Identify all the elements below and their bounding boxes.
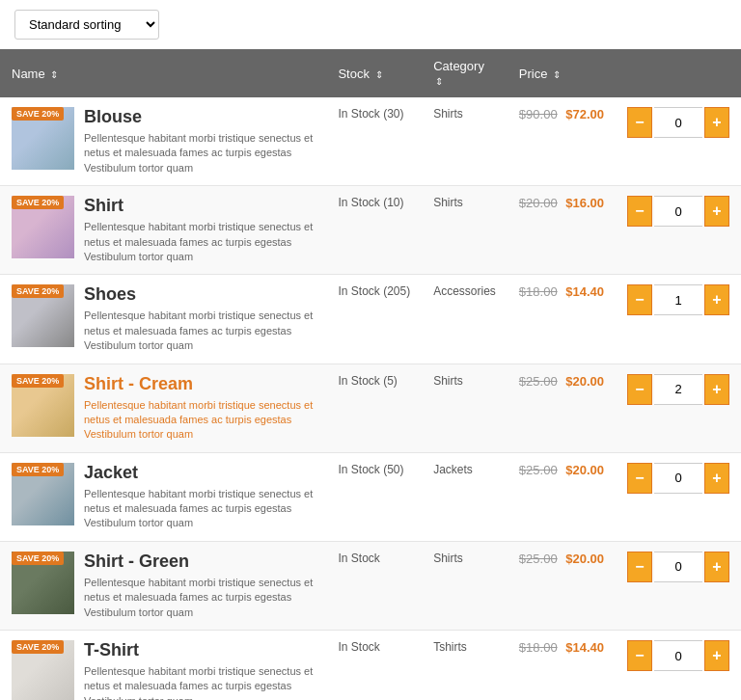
- save-badge-5: SAVE 20%: [12, 463, 64, 476]
- old-price-3: $18.00: [519, 284, 558, 299]
- qty-cell-2: − +: [616, 186, 741, 275]
- category-cell-6: Shirts: [422, 541, 508, 630]
- sort-icon-price: ⇕: [553, 69, 561, 80]
- qty-cell-5: − +: [616, 452, 741, 541]
- qty-increase-6[interactable]: +: [704, 552, 729, 582]
- qty-input-4[interactable]: [654, 374, 702, 405]
- new-price-1: $72.00: [565, 107, 604, 121]
- product-cell-2: SAVE 20% Shirt Pellentesque habitant mor…: [0, 186, 326, 275]
- product-name-7: T-Shirt: [84, 640, 315, 660]
- product-info-6: Shirt - Green Pellentesque habitant morb…: [84, 552, 315, 620]
- save-badge-3: SAVE 20%: [12, 284, 64, 298]
- table-row: SAVE 20% Shirt - Cream Pellentesque habi…: [0, 363, 741, 452]
- price-cell-4: $25.00 $20.00: [508, 363, 616, 452]
- product-image-1: SAVE 20%: [12, 107, 74, 170]
- product-info-7: T-Shirt Pellentesque habitant morbi tris…: [84, 640, 315, 700]
- table-row: SAVE 20% Jacket Pellentesque habitant mo…: [0, 452, 741, 541]
- new-price-2: $16.00: [565, 196, 604, 210]
- product-desc-2: Pellentesque habitant morbi tristique se…: [84, 220, 315, 264]
- product-name-2: Shirt: [84, 196, 315, 216]
- qty-decrease-4[interactable]: −: [627, 374, 652, 405]
- sorting-select[interactable]: Standard sorting Price: Low to High Pric…: [14, 10, 159, 40]
- category-cell-7: Tshirts: [422, 631, 508, 700]
- product-info-3: Shoes Pellentesque habitant morbi tristi…: [84, 284, 315, 353]
- qty-input-1[interactable]: [654, 107, 702, 138]
- qty-input-3[interactable]: [654, 284, 702, 315]
- qty-controls-6: − +: [627, 552, 729, 582]
- qty-decrease-7[interactable]: −: [627, 640, 652, 671]
- product-image-3: SAVE 20%: [12, 284, 74, 347]
- qty-cell-7: − +: [616, 631, 741, 700]
- new-price-7: $14.40: [565, 640, 604, 655]
- price-cell-6: $25.00 $20.00: [508, 541, 616, 630]
- qty-increase-3[interactable]: +: [704, 284, 729, 315]
- new-price-5: $20.00: [565, 463, 604, 477]
- qty-input-6[interactable]: [654, 552, 702, 582]
- qty-controls-4: − +: [627, 374, 729, 405]
- col-header-stock[interactable]: Stock ⇕: [326, 49, 422, 97]
- new-price-6: $20.00: [565, 552, 604, 566]
- qty-increase-1[interactable]: +: [704, 107, 729, 138]
- product-cell-1: SAVE 20% Blouse Pellentesque habitant mo…: [0, 97, 326, 186]
- product-name-6: Shirt - Green: [84, 552, 315, 572]
- save-badge-4: SAVE 20%: [12, 374, 64, 388]
- col-header-name[interactable]: Name ⇕: [0, 49, 326, 97]
- sort-icon-stock: ⇕: [375, 69, 383, 80]
- new-price-3: $14.40: [565, 284, 604, 299]
- qty-decrease-1[interactable]: −: [627, 107, 652, 138]
- stock-cell-5: In Stock (50): [326, 452, 422, 541]
- qty-controls-5: − +: [627, 463, 729, 494]
- qty-decrease-5[interactable]: −: [627, 463, 652, 494]
- product-desc-1: Pellentesque habitant morbi tristique se…: [84, 131, 315, 175]
- save-badge-1: SAVE 20%: [12, 107, 64, 121]
- col-header-category[interactable]: Category ⇕: [422, 49, 508, 97]
- qty-decrease-3[interactable]: −: [627, 284, 652, 315]
- qty-increase-2[interactable]: +: [704, 196, 729, 227]
- product-name-1: Blouse: [84, 107, 315, 127]
- old-price-4: $25.00: [519, 374, 558, 389]
- qty-controls-7: − +: [627, 640, 729, 671]
- qty-input-2[interactable]: [654, 196, 702, 227]
- old-price-6: $25.00: [519, 552, 558, 566]
- product-desc-3: Pellentesque habitant morbi tristique se…: [84, 309, 315, 353]
- product-cell-6: SAVE 20% Shirt - Green Pellentesque habi…: [0, 541, 326, 630]
- table-row: SAVE 20% Shirt Pellentesque habitant mor…: [0, 186, 741, 275]
- category-cell-3: Accessories: [422, 275, 508, 363]
- qty-decrease-2[interactable]: −: [627, 196, 652, 227]
- qty-controls-1: − +: [627, 107, 729, 138]
- product-info-5: Jacket Pellentesque habitant morbi trist…: [84, 463, 315, 531]
- sort-icon-category: ⇕: [435, 76, 443, 87]
- table-row: SAVE 20% Shirt - Green Pellentesque habi…: [0, 541, 741, 630]
- table-row: SAVE 20% Shoes Pellentesque habitant mor…: [0, 275, 741, 363]
- table-row: SAVE 20% Blouse Pellentesque habitant mo…: [0, 97, 741, 186]
- qty-input-7[interactable]: [654, 640, 702, 671]
- stock-cell-7: In Stock: [326, 631, 422, 700]
- stock-cell-6: In Stock: [326, 541, 422, 630]
- category-cell-2: Shirts: [422, 186, 508, 275]
- qty-controls-3: − +: [627, 284, 729, 315]
- qty-input-5[interactable]: [654, 463, 702, 494]
- price-cell-2: $20.00 $16.00: [508, 186, 616, 275]
- price-cell-1: $90.00 $72.00: [508, 97, 616, 186]
- product-desc-7: Pellentesque habitant morbi tristique se…: [84, 664, 315, 700]
- sorting-bar: Standard sorting Price: Low to High Pric…: [0, 0, 741, 49]
- qty-decrease-6[interactable]: −: [627, 552, 652, 582]
- product-desc-5: Pellentesque habitant morbi tristique se…: [84, 487, 315, 531]
- save-badge-2: SAVE 20%: [12, 196, 64, 209]
- product-image-7: SAVE 20%: [12, 640, 74, 700]
- product-cell-5: SAVE 20% Jacket Pellentesque habitant mo…: [0, 452, 326, 541]
- category-cell-1: Shirts: [422, 97, 508, 186]
- stock-cell-1: In Stock (30): [326, 97, 422, 186]
- product-info-1: Blouse Pellentesque habitant morbi trist…: [84, 107, 315, 175]
- qty-cell-4: − +: [616, 363, 741, 452]
- product-cell-7: SAVE 20% T-Shirt Pellentesque habitant m…: [0, 631, 326, 700]
- product-desc-4: Pellentesque habitant morbi tristique se…: [84, 398, 315, 443]
- qty-cell-6: − +: [616, 541, 741, 630]
- old-price-1: $90.00: [519, 107, 558, 121]
- qty-increase-4[interactable]: +: [704, 374, 729, 405]
- qty-increase-5[interactable]: +: [704, 463, 729, 494]
- qty-cell-1: − +: [616, 97, 741, 186]
- col-header-price[interactable]: Price ⇕: [508, 49, 616, 97]
- product-info-4: Shirt - Cream Pellentesque habitant morb…: [84, 374, 315, 443]
- qty-increase-7[interactable]: +: [704, 640, 729, 671]
